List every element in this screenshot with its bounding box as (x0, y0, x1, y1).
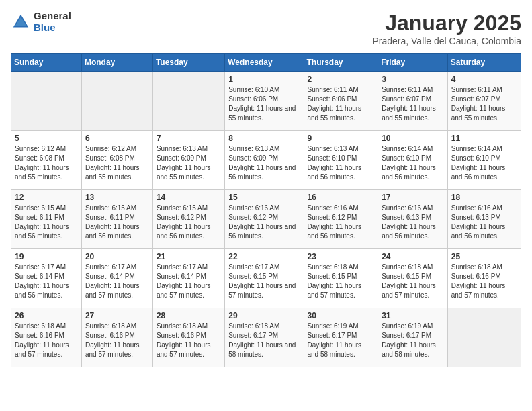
day-number: 27 (85, 311, 149, 320)
day-info: Sunrise: 6:13 AMSunset: 6:09 PMDaylight:… (228, 144, 300, 182)
calendar-table: SundayMondayTuesdayWednesdayThursdayFrid… (11, 53, 521, 367)
calendar-cell: 22Sunrise: 6:17 AMSunset: 6:15 PMDayligh… (225, 249, 304, 308)
day-number: 22 (228, 252, 300, 261)
day-info: Sunrise: 6:14 AMSunset: 6:10 PMDaylight:… (451, 144, 517, 182)
day-number: 12 (15, 193, 78, 202)
calendar-cell: 2Sunrise: 6:11 AMSunset: 6:06 PMDaylight… (304, 72, 378, 131)
day-number: 15 (228, 193, 300, 202)
day-info: Sunrise: 6:12 AMSunset: 6:08 PMDaylight:… (85, 144, 149, 182)
day-number: 29 (228, 311, 300, 320)
day-info: Sunrise: 6:11 AMSunset: 6:07 PMDaylight:… (451, 85, 517, 123)
day-info: Sunrise: 6:16 AMSunset: 6:13 PMDaylight:… (451, 203, 517, 241)
day-number: 11 (451, 134, 517, 143)
calendar-cell: 20Sunrise: 6:17 AMSunset: 6:14 PMDayligh… (81, 249, 152, 308)
calendar-week-row: 19Sunrise: 6:17 AMSunset: 6:14 PMDayligh… (11, 249, 521, 308)
calendar-cell: 13Sunrise: 6:15 AMSunset: 6:11 PMDayligh… (81, 190, 152, 249)
calendar-cell: 27Sunrise: 6:18 AMSunset: 6:16 PMDayligh… (81, 308, 152, 367)
calendar-cell: 14Sunrise: 6:15 AMSunset: 6:12 PMDayligh… (152, 190, 224, 249)
calendar-cell: 21Sunrise: 6:17 AMSunset: 6:14 PMDayligh… (152, 249, 224, 308)
day-info: Sunrise: 6:13 AMSunset: 6:10 PMDaylight:… (308, 144, 375, 182)
calendar-week-row: 26Sunrise: 6:18 AMSunset: 6:16 PMDayligh… (11, 308, 521, 367)
logo-icon (11, 12, 31, 32)
day-number: 28 (157, 311, 221, 320)
calendar-cell: 12Sunrise: 6:15 AMSunset: 6:11 PMDayligh… (11, 190, 82, 249)
calendar-cell: 4Sunrise: 6:11 AMSunset: 6:07 PMDaylight… (447, 72, 521, 131)
day-number: 4 (451, 75, 517, 84)
calendar-cell (152, 72, 224, 131)
day-number: 14 (157, 193, 221, 202)
day-number: 9 (308, 134, 375, 143)
weekday-header-saturday: Saturday (447, 54, 521, 72)
day-info: Sunrise: 6:15 AMSunset: 6:12 PMDaylight:… (157, 203, 221, 241)
day-info: Sunrise: 6:15 AMSunset: 6:11 PMDaylight:… (15, 203, 78, 241)
day-info: Sunrise: 6:18 AMSunset: 6:16 PMDaylight:… (451, 263, 517, 300)
day-info: Sunrise: 6:18 AMSunset: 6:15 PMDaylight:… (382, 263, 444, 300)
calendar-cell (81, 72, 152, 131)
day-info: Sunrise: 6:17 AMSunset: 6:14 PMDaylight:… (85, 263, 149, 300)
calendar-subtitle: Pradera, Valle del Cauca, Colombia (372, 36, 521, 46)
day-info: Sunrise: 6:14 AMSunset: 6:10 PMDaylight:… (382, 144, 444, 182)
calendar-cell: 31Sunrise: 6:19 AMSunset: 6:17 PMDayligh… (378, 308, 448, 367)
day-number: 31 (382, 311, 444, 320)
day-number: 18 (451, 193, 517, 202)
day-info: Sunrise: 6:15 AMSunset: 6:11 PMDaylight:… (85, 203, 149, 241)
day-number: 8 (228, 134, 300, 143)
calendar-cell: 24Sunrise: 6:18 AMSunset: 6:15 PMDayligh… (378, 249, 448, 308)
title-section: January 2025 Pradera, Valle del Cauca, C… (372, 11, 521, 46)
logo: General Blue (11, 11, 71, 33)
day-info: Sunrise: 6:19 AMSunset: 6:17 PMDaylight:… (308, 322, 375, 359)
calendar-week-row: 5Sunrise: 6:12 AMSunset: 6:08 PMDaylight… (11, 131, 521, 190)
weekday-header-friday: Friday (378, 54, 448, 72)
calendar-cell: 6Sunrise: 6:12 AMSunset: 6:08 PMDaylight… (81, 131, 152, 190)
day-number: 17 (382, 193, 444, 202)
day-number: 7 (157, 134, 221, 143)
day-number: 2 (308, 75, 375, 84)
day-info: Sunrise: 6:18 AMSunset: 6:16 PMDaylight:… (15, 322, 78, 359)
day-number: 3 (382, 75, 444, 84)
day-info: Sunrise: 6:17 AMSunset: 6:15 PMDaylight:… (228, 263, 300, 300)
day-number: 16 (308, 193, 375, 202)
calendar-cell: 28Sunrise: 6:18 AMSunset: 6:16 PMDayligh… (152, 308, 224, 367)
day-number: 5 (15, 134, 78, 143)
day-info: Sunrise: 6:16 AMSunset: 6:12 PMDaylight:… (308, 203, 375, 241)
day-number: 24 (382, 252, 444, 261)
calendar-cell: 9Sunrise: 6:13 AMSunset: 6:10 PMDaylight… (304, 131, 378, 190)
weekday-header-wednesday: Wednesday (225, 54, 304, 72)
calendar-week-row: 1Sunrise: 6:10 AMSunset: 6:06 PMDaylight… (11, 72, 521, 131)
day-info: Sunrise: 6:13 AMSunset: 6:09 PMDaylight:… (157, 144, 221, 182)
day-info: Sunrise: 6:10 AMSunset: 6:06 PMDaylight:… (228, 85, 300, 123)
calendar-cell: 11Sunrise: 6:14 AMSunset: 6:10 PMDayligh… (447, 131, 521, 190)
day-number: 19 (15, 252, 78, 261)
calendar-cell: 10Sunrise: 6:14 AMSunset: 6:10 PMDayligh… (378, 131, 448, 190)
day-number: 1 (228, 75, 300, 84)
day-info: Sunrise: 6:19 AMSunset: 6:17 PMDaylight:… (382, 322, 444, 359)
calendar-cell: 15Sunrise: 6:16 AMSunset: 6:12 PMDayligh… (225, 190, 304, 249)
calendar-cell: 19Sunrise: 6:17 AMSunset: 6:14 PMDayligh… (11, 249, 82, 308)
logo-blue-text: Blue (34, 22, 71, 34)
day-number: 21 (157, 252, 221, 261)
calendar-cell: 7Sunrise: 6:13 AMSunset: 6:09 PMDaylight… (152, 131, 224, 190)
calendar-week-row: 12Sunrise: 6:15 AMSunset: 6:11 PMDayligh… (11, 190, 521, 249)
day-number: 23 (308, 252, 375, 261)
weekday-header-row: SundayMondayTuesdayWednesdayThursdayFrid… (11, 54, 521, 72)
calendar-cell: 17Sunrise: 6:16 AMSunset: 6:13 PMDayligh… (378, 190, 448, 249)
day-info: Sunrise: 6:18 AMSunset: 6:17 PMDaylight:… (228, 322, 300, 359)
weekday-header-thursday: Thursday (304, 54, 378, 72)
calendar-cell: 23Sunrise: 6:18 AMSunset: 6:15 PMDayligh… (304, 249, 378, 308)
calendar-cell (447, 308, 521, 367)
day-number: 26 (15, 311, 78, 320)
calendar-cell: 3Sunrise: 6:11 AMSunset: 6:07 PMDaylight… (378, 72, 448, 131)
day-info: Sunrise: 6:16 AMSunset: 6:13 PMDaylight:… (382, 203, 444, 241)
calendar-cell: 18Sunrise: 6:16 AMSunset: 6:13 PMDayligh… (447, 190, 521, 249)
logo-general-text: General (34, 11, 71, 22)
day-number: 20 (85, 252, 149, 261)
day-info: Sunrise: 6:18 AMSunset: 6:16 PMDaylight:… (157, 322, 221, 359)
calendar-cell: 25Sunrise: 6:18 AMSunset: 6:16 PMDayligh… (447, 249, 521, 308)
calendar-cell (11, 72, 82, 131)
calendar-cell: 30Sunrise: 6:19 AMSunset: 6:17 PMDayligh… (304, 308, 378, 367)
calendar-cell: 8Sunrise: 6:13 AMSunset: 6:09 PMDaylight… (225, 131, 304, 190)
day-number: 25 (451, 252, 517, 261)
day-info: Sunrise: 6:17 AMSunset: 6:14 PMDaylight:… (157, 263, 221, 300)
day-info: Sunrise: 6:18 AMSunset: 6:16 PMDaylight:… (85, 322, 149, 359)
day-number: 13 (85, 193, 149, 202)
